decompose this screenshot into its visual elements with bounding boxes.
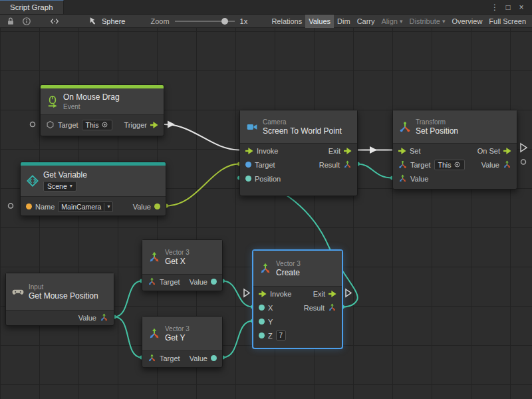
float-port[interactable] [259, 305, 265, 311]
wire-mouse-to-getx[interactable] [114, 281, 142, 317]
node-header: Vector 3 Get Y [142, 317, 222, 351]
unconnected-port-circle[interactable] [9, 203, 13, 208]
vector3-port-icon[interactable] [398, 174, 407, 183]
node-get-y[interactable]: Vector 3 Get Y Target Value [142, 316, 223, 368]
float-port[interactable] [211, 355, 217, 361]
scope-label: Scene [47, 182, 67, 190]
chevron-down-icon: ▾ [107, 203, 110, 209]
flow-arrowhead [370, 146, 377, 154]
tab-script-graph[interactable]: Script Graph [0, 0, 64, 14]
unconnected-port-circle[interactable] [31, 122, 35, 127]
graph-owner[interactable]: Sphere [89, 17, 125, 26]
flow-arrow-icon[interactable] [344, 148, 352, 154]
maximize-icon[interactable]: □ [503, 2, 513, 13]
vector3-port-icon[interactable] [148, 354, 156, 362]
graph-toolbar: Sphere Zoom 1x Relations Values Dim Carr… [0, 15, 532, 28]
vector3-icon [148, 328, 160, 340]
info-button[interactable] [19, 15, 35, 28]
flow-arrow-icon[interactable] [398, 148, 406, 154]
flow-arrow-icon[interactable] [245, 148, 253, 154]
unconnected-flow-triangle[interactable] [244, 289, 249, 297]
port-row: Y [253, 315, 342, 329]
z-value-field[interactable]: 7 [276, 331, 286, 340]
toolbar-button-align[interactable]: Align▾ [378, 15, 406, 28]
node-header: Camera Screen To World Point [240, 110, 357, 144]
code-icon [50, 17, 59, 26]
value-port[interactable] [154, 203, 160, 209]
toolbar-button-values[interactable]: Values [305, 15, 334, 28]
transform-icon [399, 121, 411, 133]
flow-arrow-icon[interactable] [503, 148, 511, 154]
port-label-name: Name [35, 203, 55, 211]
port-label-on-set: On Set [477, 147, 500, 155]
variable-scope-dropdown[interactable]: Scene ▾ [43, 181, 76, 192]
zoom-slider-handle[interactable] [221, 18, 228, 25]
node-on-mouse-drag[interactable]: On Mouse Drag Event Target This Trigger [40, 84, 164, 136]
this-target-chip[interactable]: This [82, 120, 113, 130]
node-get-x[interactable]: Vector 3 Get X Target Value [142, 239, 223, 291]
toolbar-button-relations[interactable]: Relations [268, 15, 305, 28]
toolbar-button-dim[interactable]: Dim [334, 15, 354, 28]
flow-arrow-icon[interactable] [329, 291, 336, 297]
node-supertitle: Camera [263, 118, 342, 126]
window-menu-icon[interactable]: ⋮ [489, 2, 500, 13]
node-title: Get Variable [43, 171, 87, 180]
flow-arrow-icon[interactable] [259, 291, 267, 297]
target-picker-icon[interactable] [101, 121, 108, 128]
port-label-trigger: Trigger [124, 121, 147, 129]
hexagon-port-icon[interactable] [46, 120, 55, 129]
toolbar-button-overview[interactable]: Overview [449, 15, 486, 28]
close-icon[interactable]: × [516, 2, 527, 13]
vector-port[interactable] [245, 176, 251, 182]
port-label-invoke: Invoke [270, 290, 291, 298]
vector3-port-icon[interactable] [328, 303, 336, 312]
unconnected-flow-triangle[interactable] [521, 144, 527, 152]
node-title: Get Mouse Position [29, 292, 98, 301]
node-get-variable[interactable]: Get Variable Scene ▾ Name MainCamera ▾ [20, 162, 166, 216]
vector3-port-icon[interactable] [503, 160, 511, 169]
unconnected-port-circle[interactable] [521, 160, 526, 164]
zoom-slider[interactable] [175, 15, 235, 28]
string-port[interactable] [26, 203, 32, 209]
float-port[interactable] [259, 332, 265, 338]
unconnected-flow-triangle[interactable] [346, 289, 351, 297]
vector3-port-icon[interactable] [343, 160, 352, 169]
lock-icon [6, 17, 15, 26]
wire-trigger-to-invoke[interactable] [164, 124, 239, 150]
port-row: Invoke Exit [253, 287, 342, 301]
float-port[interactable] [211, 279, 217, 285]
port-label-value: Value [133, 203, 151, 211]
vector3-port-icon[interactable] [148, 277, 156, 286]
toolbar-button-distribute[interactable]: Distribute▾ [406, 15, 449, 28]
wire-mouse-to-gety[interactable] [114, 317, 142, 358]
code-button[interactable] [47, 15, 63, 28]
float-port[interactable] [259, 319, 265, 325]
flow-arrow-icon[interactable] [150, 122, 158, 128]
wire-result-to-value[interactable] [358, 164, 392, 178]
vector3-port-icon[interactable] [100, 313, 108, 322]
node-subtitle: Event [63, 103, 120, 110]
port-row: Target Value [142, 275, 222, 289]
port-label-value: Value [190, 278, 207, 286]
port-label-target: Target [255, 161, 275, 169]
port-label-result: Result [319, 161, 340, 169]
node-set-position[interactable]: Transform Set Position Set On Set Target… [392, 110, 517, 190]
node-get-mouse-position[interactable]: Input Get Mouse Position Value [5, 273, 114, 326]
button-label: Relations [271, 17, 302, 25]
variable-name-dropdown[interactable]: MainCamera ▾ [58, 201, 113, 212]
wire-gety-to-y[interactable] [223, 321, 253, 358]
transform-port-icon[interactable] [398, 160, 407, 169]
wire-variable-to-target[interactable] [166, 164, 239, 206]
toolbar-button-carry[interactable]: Carry [354, 15, 378, 28]
object-port[interactable] [245, 162, 251, 168]
zoom-label: Zoom [150, 17, 169, 25]
node-vector3-create[interactable]: Vector 3 Create Invoke Exit X Result Y Z… [253, 250, 342, 348]
target-picker-icon[interactable] [454, 161, 461, 168]
graph-canvas[interactable]: On Mouse Drag Event Target This Trigger [0, 28, 532, 399]
port-row: Value [393, 172, 517, 186]
this-target-chip[interactable]: This [434, 160, 466, 170]
port-row: Position [240, 172, 357, 186]
toolbar-button-fullscreen[interactable]: Full Screen [485, 15, 529, 28]
node-screen-to-world-point[interactable]: Camera Screen To World Point Invoke Exit… [239, 110, 358, 196]
lock-button[interactable] [3, 15, 19, 28]
